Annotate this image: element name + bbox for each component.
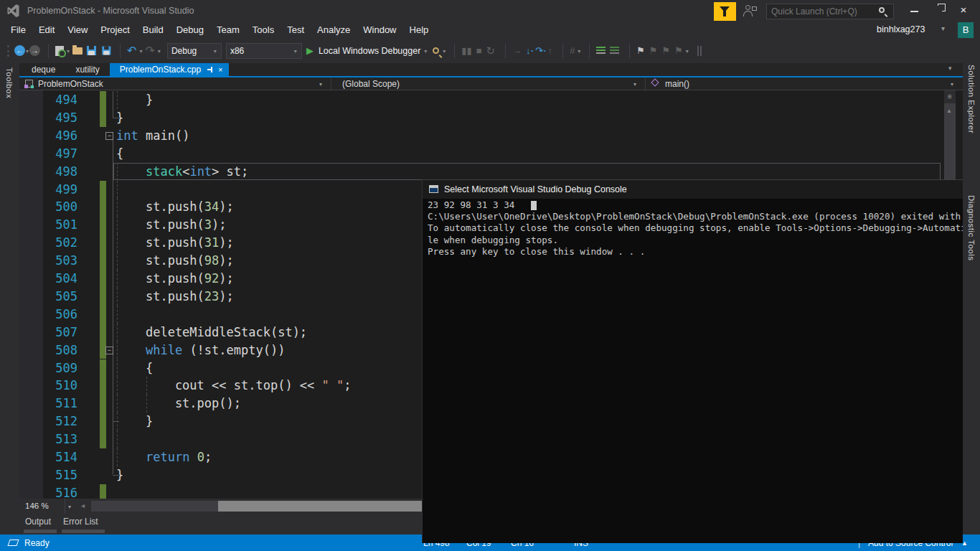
console-title-bar[interactable]: Select Microsoft Visual Studio Debug Con… <box>423 180 963 199</box>
save-all-icon[interactable] <box>102 47 110 55</box>
menu-tools[interactable]: Tools <box>246 22 281 38</box>
document-tab-ProblemOnStack.cpp[interactable]: ProblemOnStack.cpp× <box>110 63 229 76</box>
signed-in-user[interactable]: binhlxag273 <box>877 24 925 34</box>
restore-button[interactable] <box>927 0 951 20</box>
navigate-back-icon[interactable]: ← <box>14 45 25 56</box>
side-tab-diagnostic-tools[interactable]: Diagnostic Tools <box>967 195 976 261</box>
open-file-icon[interactable] <box>72 47 83 55</box>
feedback-button[interactable] <box>714 2 736 21</box>
debug-console-window[interactable]: Select Microsoft Visual Studio Debug Con… <box>422 179 963 543</box>
visual-studio-logo-icon <box>6 4 21 18</box>
save-icon[interactable] <box>87 46 96 55</box>
menu-team[interactable]: Team <box>210 22 246 38</box>
line-number: 503 <box>19 252 77 270</box>
quick-launch-box[interactable] <box>766 4 894 19</box>
panel-tab-error-list[interactable]: Error List <box>63 517 98 527</box>
side-tab-solution-explorer[interactable]: Solution Explorer <box>967 65 976 133</box>
menu-view[interactable]: View <box>61 22 94 38</box>
line-number: 514 <box>19 448 77 466</box>
toolbar-overflow-grip[interactable] <box>697 46 702 56</box>
pause-icon[interactable]: ▮▮ <box>459 45 473 56</box>
line-number: 502 <box>19 234 77 252</box>
toolbar-grip[interactable] <box>7 45 9 57</box>
comment-lines-icon[interactable] <box>596 47 606 55</box>
scope-dropdown[interactable]: (Global Scope) ▾ <box>332 77 646 90</box>
show-next-statement-icon[interactable]: → <box>510 45 524 56</box>
member-dropdown[interactable]: main() ▾ <box>646 77 963 90</box>
line-number: 497 <box>19 145 77 163</box>
menu-debug[interactable]: Debug <box>170 22 210 38</box>
console-line: le when debugging stops. <box>423 235 963 246</box>
change-tracking-bar <box>100 377 106 395</box>
menu-edit[interactable]: Edit <box>32 22 61 38</box>
redo-icon[interactable]: ↷ <box>143 44 156 57</box>
scroll-left-icon[interactable]: ◂ <box>81 501 85 509</box>
scope-line <box>113 91 113 118</box>
attach-to-process-icon[interactable] <box>433 47 439 54</box>
step-out-icon[interactable]: ↑ <box>545 45 555 56</box>
menu-help[interactable]: Help <box>403 22 435 38</box>
user-dropdown-icon[interactable]: ▾ <box>941 24 945 32</box>
cpp-project-icon <box>25 80 33 88</box>
minimize-button[interactable] <box>903 0 927 20</box>
menu-project[interactable]: Project <box>94 22 136 38</box>
back-dropdown-icon[interactable]: ▾ <box>26 48 29 55</box>
search-icon <box>879 7 885 13</box>
uncomment-lines-icon[interactable] <box>610 47 619 55</box>
vs-main-window: ProblemOnStack - Microsoft Visual Studio… <box>0 0 980 551</box>
restart-icon[interactable]: ↻ <box>484 44 498 57</box>
close-icon: × <box>961 4 967 16</box>
next-bookmark-icon[interactable]: ⚑ <box>659 45 672 56</box>
console-line: 23 92 98 31 3 34 <box>423 199 963 211</box>
user-avatar[interactable]: B <box>958 22 974 38</box>
panel-tab-output[interactable]: Output <box>25 517 51 527</box>
toolbox-tab[interactable]: Toolbox <box>5 67 14 98</box>
quick-launch-input[interactable] <box>771 5 879 18</box>
menu-test[interactable]: Test <box>281 22 311 38</box>
zoom-dropdown-icon[interactable]: ▾ <box>68 504 71 510</box>
new-project-icon[interactable] <box>55 46 64 56</box>
stop-icon[interactable]: ■ <box>474 45 484 56</box>
project-dropdown[interactable]: ProblemOnStack ▾ <box>19 77 331 90</box>
menu-window[interactable]: Window <box>357 22 402 38</box>
tab-well-dropdown-icon[interactable]: ▾ <box>948 65 952 72</box>
document-tab-deque[interactable]: deque <box>22 63 65 76</box>
menu-file[interactable]: File <box>4 22 32 38</box>
console-output[interactable]: 23 92 98 31 3 34 C:\Users\User\OneDrive\… <box>423 199 963 543</box>
console-line: Press any key to close this window . . . <box>423 246 963 258</box>
close-button[interactable]: × <box>951 0 976 20</box>
scope-line <box>113 140 113 475</box>
scroll-up-icon[interactable]: ▲ <box>946 108 952 114</box>
undo-icon[interactable]: ↶ <box>125 44 138 57</box>
menu-build[interactable]: Build <box>136 22 170 38</box>
clear-bookmarks-icon[interactable]: ⚑ <box>672 45 685 56</box>
fold-collapse-icon[interactable] <box>105 132 113 140</box>
change-tracking-bar <box>100 324 106 342</box>
navigate-forward-icon[interactable]: → <box>29 45 40 56</box>
editor-vertical-scrollbar[interactable]: ≡ ▲ <box>944 90 956 179</box>
background-task-icon <box>7 540 19 546</box>
document-tab-xutility[interactable]: xutility <box>65 63 109 76</box>
line-number: 504 <box>19 270 77 288</box>
previous-bookmark-icon[interactable]: ⚑ <box>647 45 660 56</box>
line-number: 506 <box>19 306 77 324</box>
left-auto-hide-channel: Toolbox <box>0 63 19 534</box>
send-feedback-person-icon[interactable] <box>743 5 757 18</box>
console-title: Select Microsoft Visual Studio Debug Con… <box>444 184 627 194</box>
application-insights-icon[interactable]: # <box>567 45 577 56</box>
start-debugging-button[interactable]: ▶ Local Windows Debugger ▾ <box>304 45 428 56</box>
splitter-handle-icon[interactable]: ≡ <box>944 90 956 103</box>
solution-configuration-dropdown[interactable]: Debug▾ <box>167 43 222 59</box>
line-number: 494 <box>19 91 77 109</box>
line-number: 508 <box>19 342 77 359</box>
fold-collapse-icon[interactable] <box>105 347 113 354</box>
line-number: 499 <box>19 181 77 199</box>
editor-zoom-dropdown[interactable]: 146 % <box>19 499 65 514</box>
debugger-label: Local Windows Debugger <box>319 46 420 56</box>
pin-icon[interactable] <box>207 66 214 73</box>
toggle-bookmark-icon[interactable]: ⚑ <box>634 45 647 56</box>
tab-close-icon[interactable]: × <box>218 65 222 74</box>
menu-analyze[interactable]: Analyze <box>311 22 357 38</box>
line-number: 515 <box>19 466 77 484</box>
solution-platform-dropdown[interactable]: x86▾ <box>226 43 302 59</box>
